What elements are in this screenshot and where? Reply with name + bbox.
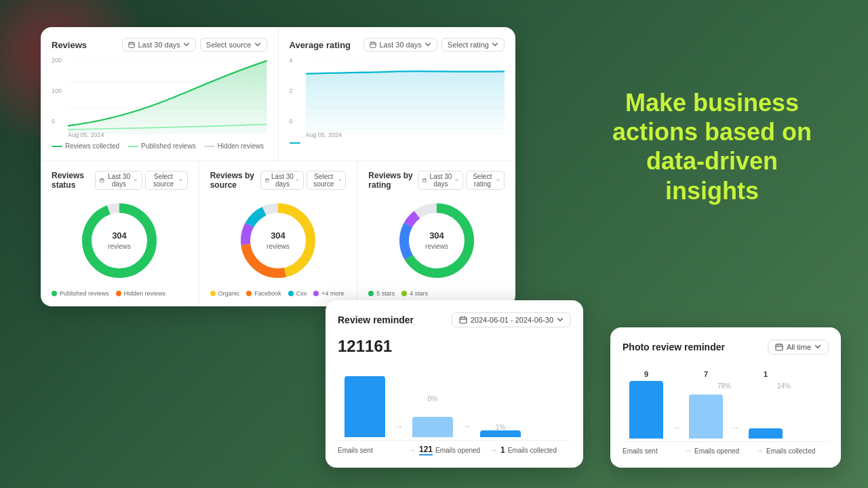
calendar-icon3 <box>100 177 104 184</box>
photo-date-filter-label: All time <box>787 343 811 351</box>
avg-rating-svg-chart <box>306 57 505 134</box>
legend-item-collected: Reviews collected <box>52 142 119 150</box>
chevron-icon11 <box>557 317 564 323</box>
headline-section: Make business actions based on data-driv… <box>597 88 827 205</box>
review-reminder-date-range: 2024-06-01 - 2024-06-30 <box>471 316 553 324</box>
reviews-source-source-filter[interactable]: Select source <box>307 171 346 190</box>
photo-reminder-date-filter[interactable]: All time <box>768 340 829 354</box>
svg-rect-15 <box>265 179 269 182</box>
photo-reminder-bars: 9 → 7 78% → 1 14% <box>623 364 829 439</box>
review-reminder-date-filter[interactable]: 2024-06-01 - 2024-06-30 <box>452 312 571 327</box>
legend-csv: Csv <box>288 290 307 297</box>
svg-rect-10 <box>100 179 104 182</box>
svg-text:reviews: reviews <box>108 243 131 250</box>
calendar-icon4 <box>265 177 269 184</box>
legend-4star: 4 stars <box>401 290 428 297</box>
reviews-rating-filter-btns: Last 30 days Select rating <box>418 171 505 190</box>
reviews-rating-svg: 304 reviews <box>393 197 481 285</box>
photo-bar-rect-opened <box>689 394 723 439</box>
reviews-rating-rating-filter[interactable]: Select rating <box>466 171 505 190</box>
svg-text:reviews: reviews <box>267 243 290 250</box>
reviews-rating-title: Reviews by rating <box>368 171 418 190</box>
reviews-status-donut: 304 reviews <box>52 197 188 285</box>
main-dashboard-card: Reviews Last 30 days Select source 200 <box>41 27 515 306</box>
photo-bar-label-sent: Emails sent <box>623 447 682 455</box>
legend-dot-published <box>127 146 138 147</box>
svg-rect-30 <box>460 317 467 323</box>
bar-label-opened: 121 Emails opened <box>419 445 487 455</box>
bar-pct-opened: 0% <box>428 395 437 403</box>
review-reminder-title: Review reminder <box>338 314 414 325</box>
avg-rating-y-axis: 4 2 0 <box>290 57 293 125</box>
reviews-source-filter[interactable]: Select source <box>200 38 267 52</box>
svg-rect-0 <box>129 43 134 47</box>
reviews-source-legend: Organic Facebook Csv +4 more <box>210 290 347 297</box>
avg-rating-title: Average rating <box>290 40 351 50</box>
reviews-source-donut: 304 reviews <box>210 197 347 285</box>
reviews-rating-panel: Reviews by rating Last 30 days Select ra… <box>357 161 515 306</box>
bar-arrow2: → <box>460 421 473 437</box>
svg-text:304: 304 <box>112 230 127 241</box>
legend-item-published: Published reviews <box>127 142 196 150</box>
photo-reminder-title: Photo review reminder <box>623 342 725 352</box>
legend-organic: Organic <box>210 290 240 297</box>
chevron-icon10 <box>496 178 500 183</box>
legend-5star: 5 stars <box>368 290 395 297</box>
bottom-charts-row: Reviews status Last 30 days Select sourc… <box>41 161 515 306</box>
avg-rating-date-filter[interactable]: Last 30 days <box>363 38 437 52</box>
avg-rating-x-label: Aug 05, 2024 <box>306 131 342 138</box>
legend-item-avg <box>290 142 300 144</box>
reviews-source-date-filter[interactable]: Last 30 days <box>260 171 304 190</box>
bar-rect-collected <box>480 430 521 437</box>
reviews-status-date-filter[interactable]: Last 30 days <box>95 171 142 190</box>
avg-rating-rating-filter[interactable]: Select rating <box>441 38 505 52</box>
calendar-icon7 <box>775 343 783 351</box>
reviews-chart-header: Reviews Last 30 days Select source <box>52 38 267 52</box>
bar-emails-sent <box>338 376 392 437</box>
bar-rect-opened <box>412 417 453 437</box>
dot-published <box>52 291 57 296</box>
bar-emails-collected: 1% <box>473 376 528 437</box>
reviews-status-title: Reviews status <box>52 171 95 190</box>
legend-dot-avg <box>290 142 300 144</box>
chevron-icon5 <box>134 178 137 183</box>
reviews-source-filter-btns: Last 30 days Select source <box>260 171 347 190</box>
reviews-status-source-filter[interactable]: Select source <box>145 171 188 190</box>
bar-label-row: Emails sent → 121 Emails opened → 1 Emai… <box>338 440 571 455</box>
legend-item-hidden: Hidden reviews <box>204 142 264 150</box>
photo-bar-label-collected: Emails collected <box>766 447 826 455</box>
chevron-down-icon4 <box>492 41 498 48</box>
svg-text:304: 304 <box>429 230 444 241</box>
headline-text: Make business actions based on data-driv… <box>597 88 827 205</box>
reviews-rating-date-filter[interactable]: Last 30 days <box>418 171 463 190</box>
reviews-legend: Reviews collected Published reviews Hidd… <box>52 142 267 150</box>
legend-dot-hidden <box>204 146 215 147</box>
svg-rect-5 <box>370 43 376 47</box>
avg-rating-line-chart: 4 2 0 <box>290 57 505 138</box>
reviews-date-filter[interactable]: Last 30 days <box>122 38 195 52</box>
reviews-source-header: Reviews by source Last 30 days Select so… <box>210 171 347 190</box>
photo-bar-sent: 9 <box>623 370 670 439</box>
chevron-icon8 <box>338 178 342 183</box>
review-reminder-big-number: 121161 <box>338 337 571 356</box>
photo-bar-label-opened: Emails opened <box>694 447 754 455</box>
svg-rect-23 <box>423 179 427 182</box>
calendar-icon <box>128 41 135 48</box>
dot-hidden <box>116 291 121 296</box>
top-charts-row: Reviews Last 30 days Select source 200 <box>41 27 515 161</box>
reviews-source-title: Reviews by source <box>210 171 260 190</box>
bar-arrow1: → <box>392 421 406 437</box>
photo-bar-label-row: Emails sent → Emails opened → Emails col… <box>623 441 829 455</box>
calendar-icon6 <box>459 316 467 324</box>
chevron-down-icon2 <box>254 41 261 48</box>
reviews-filter-btns: Last 30 days Select source <box>122 38 267 52</box>
chevron-icon7 <box>296 178 299 183</box>
reviews-status-header: Reviews status Last 30 days Select sourc… <box>52 171 188 190</box>
bar-label-sent: Emails sent <box>338 447 406 454</box>
reviews-status-legend: Published reviews Hidden reviews <box>52 290 188 297</box>
reviews-source-panel: Reviews by source Last 30 days Select so… <box>199 161 358 306</box>
avg-rating-legend <box>290 142 505 144</box>
svg-rect-31 <box>776 344 783 350</box>
bar-pct-collected: 1% <box>496 424 505 431</box>
calendar-icon5 <box>422 177 427 184</box>
